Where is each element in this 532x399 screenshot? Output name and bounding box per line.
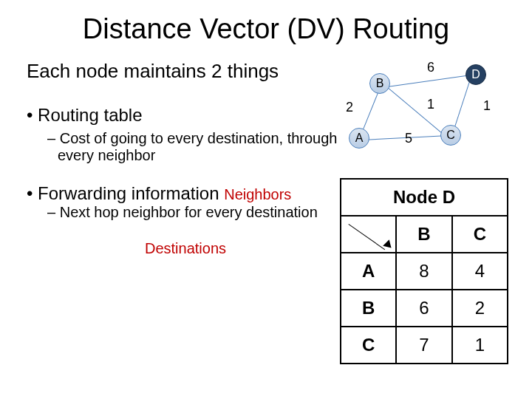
cell: 1: [452, 327, 508, 364]
routing-table: Node D B C A 8 4 B 6 2 C 7: [340, 178, 508, 364]
cell: 4: [452, 253, 508, 290]
col-c: C: [452, 216, 508, 253]
row-c: C: [341, 327, 396, 364]
weight-cd: 1: [483, 98, 491, 114]
node-a: A: [349, 128, 369, 149]
weight-bc: 1: [427, 97, 434, 112]
edge-bd: [387, 74, 477, 87]
label-neighbors: Neighbors: [224, 186, 291, 202]
bullet-routing-table: Routing table: [27, 105, 340, 126]
network-graph: B D A C 2 6 1 1 5: [340, 60, 502, 156]
row-b: B: [341, 290, 396, 327]
bullet-forwarding: Forwarding information: [27, 183, 219, 203]
node-d: D: [466, 64, 486, 85]
weight-bd: 6: [427, 60, 434, 75]
weight-ab: 2: [346, 100, 353, 115]
node-b: B: [369, 73, 390, 94]
table-row: A 8 4: [341, 253, 508, 290]
row-a: A: [341, 253, 396, 290]
cell: 7: [396, 327, 451, 364]
cell: 8: [396, 253, 451, 290]
edge-bc: [388, 88, 443, 134]
sub-forwarding: Next hop neighbor for every destination: [47, 204, 340, 221]
table-title: Node D: [341, 179, 508, 216]
cell: 2: [452, 290, 508, 327]
label-destinations: Destinations: [145, 240, 340, 257]
sub-routing-table: Cost of going to every destination, thro…: [47, 130, 340, 164]
edge-ac: [362, 135, 445, 140]
table-corner: [341, 216, 396, 253]
intro-text: Each node maintains 2 things: [27, 60, 340, 83]
cell: 6: [396, 290, 451, 327]
table-row: B 6 2: [341, 290, 508, 327]
slide-title: Distance Vector (DV) Routing: [0, 0, 532, 52]
col-b: B: [396, 216, 451, 253]
table-row: C 7 1: [341, 327, 508, 364]
node-c: C: [440, 125, 461, 146]
weight-ac: 5: [405, 131, 412, 146]
